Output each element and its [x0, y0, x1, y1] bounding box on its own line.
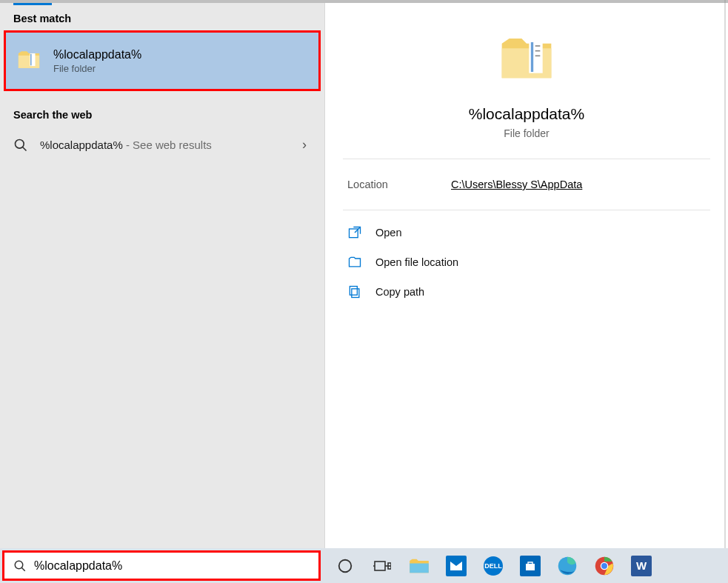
- best-match-text: %localappdata% File folder: [53, 48, 141, 74]
- svg-rect-1: [30, 54, 31, 66]
- dell-icon: DELL: [484, 556, 503, 576]
- taskbar: DELL W: [0, 548, 728, 583]
- results-left-pane: Best match %localappdata% File folder Se…: [0, 3, 324, 548]
- edge-icon: [557, 556, 578, 576]
- open-location-action[interactable]: Open file location: [347, 247, 706, 277]
- chrome-icon: [594, 556, 615, 576]
- edge-button[interactable]: [549, 548, 586, 583]
- svg-rect-10: [352, 289, 359, 298]
- web-search-result[interactable]: %localappdata% - See web results ›: [0, 127, 324, 163]
- store-button[interactable]: [512, 548, 549, 583]
- cortana-button[interactable]: [327, 548, 364, 583]
- svg-rect-5: [531, 42, 533, 72]
- location-label: Location: [347, 179, 451, 190]
- svg-rect-15: [375, 562, 385, 570]
- preview-subtitle: File folder: [504, 127, 549, 139]
- folder-location-icon: [347, 255, 362, 270]
- svg-point-12: [15, 561, 23, 569]
- preview-title: %localappdata%: [469, 105, 584, 123]
- search-input[interactable]: [34, 559, 310, 573]
- svg-point-2: [16, 139, 24, 148]
- web-result-text: %localappdata% - See web results: [40, 139, 302, 151]
- location-link[interactable]: C:\Users\Blessy S\AppData: [451, 179, 582, 190]
- open-action[interactable]: Open: [347, 218, 706, 247]
- store-icon: [520, 556, 541, 576]
- preview-header: %localappdata% File folder: [325, 3, 728, 159]
- folder-icon: [497, 31, 556, 90]
- best-match-subtitle: File folder: [53, 63, 141, 74]
- best-match-result[interactable]: %localappdata% File folder: [4, 30, 321, 91]
- svg-point-23: [601, 563, 607, 569]
- search-web-header: Search the web: [0, 101, 324, 127]
- chrome-button[interactable]: [586, 548, 623, 583]
- scrollbar-hint: [724, 0, 726, 549]
- taskbar-apps: DELL W: [321, 548, 660, 583]
- dell-button[interactable]: DELL: [475, 548, 512, 583]
- file-explorer-icon: [409, 557, 430, 575]
- mail-button[interactable]: [438, 548, 475, 583]
- task-view-icon: [373, 559, 391, 573]
- svg-rect-19: [526, 564, 535, 570]
- svg-line-13: [21, 567, 25, 571]
- mail-icon: [446, 556, 467, 576]
- open-label: Open: [375, 227, 401, 239]
- best-match-title: %localappdata%: [53, 48, 141, 61]
- cortana-icon: [337, 558, 353, 574]
- file-explorer-button[interactable]: [401, 548, 438, 583]
- copy-path-label: Copy path: [375, 286, 424, 298]
- actions-list: Open Open file location Copy path: [325, 210, 728, 314]
- best-match-header: Best match: [0, 5, 324, 30]
- word-icon: W: [631, 556, 652, 576]
- preview-pane: %localappdata% File folder Location C:\U…: [324, 3, 728, 548]
- chevron-right-icon: ›: [302, 137, 311, 153]
- svg-point-14: [339, 559, 352, 572]
- search-results-panel: Best match %localappdata% File folder Se…: [0, 0, 728, 548]
- open-icon: [347, 225, 362, 240]
- search-icon: [13, 559, 27, 573]
- svg-rect-11: [350, 287, 357, 296]
- svg-line-3: [23, 147, 27, 150]
- open-location-label: Open file location: [375, 256, 458, 268]
- folder-icon: [16, 48, 41, 73]
- copy-icon: [347, 284, 362, 299]
- taskbar-search-box[interactable]: [2, 550, 321, 581]
- copy-path-action[interactable]: Copy path: [347, 277, 706, 307]
- location-row: Location C:\Users\Blessy S\AppData: [325, 159, 728, 210]
- search-icon: [13, 138, 28, 153]
- web-result-term: %localappdata%: [40, 139, 123, 151]
- web-result-suffix: - See web results: [123, 139, 212, 151]
- word-button[interactable]: W: [623, 548, 660, 583]
- task-view-button[interactable]: [364, 548, 401, 583]
